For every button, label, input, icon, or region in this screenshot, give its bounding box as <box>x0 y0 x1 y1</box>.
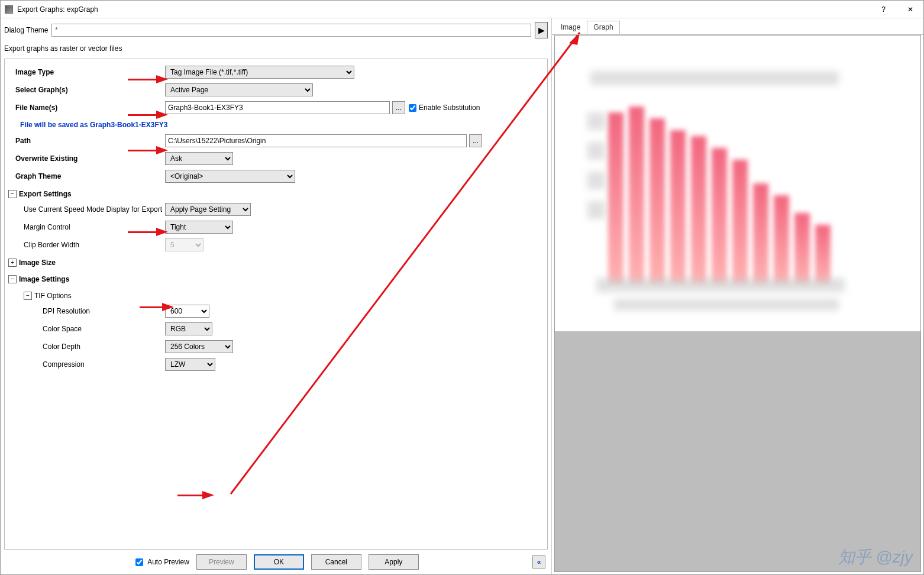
export-settings-header: Export Settings <box>19 190 72 198</box>
graph-theme-select[interactable]: <Original> <box>165 170 295 183</box>
button-bar: Auto Preview Preview OK Cancel Apply « <box>1 550 551 574</box>
image-type-label: Image Type <box>8 68 165 76</box>
path-browse-button[interactable]: ... <box>469 134 482 147</box>
apply-button[interactable]: Apply <box>369 554 419 570</box>
select-graphs-select[interactable]: Active Page <box>165 83 313 96</box>
image-size-toggle[interactable]: + <box>8 259 17 267</box>
clip-border-label: Clip Border Width <box>8 241 165 249</box>
collapse-panel-button[interactable]: « <box>532 555 545 568</box>
margin-control-label: Margin Control <box>8 223 165 231</box>
form-area: Image Type Tag Image File (*.tif,*.tiff)… <box>4 59 548 550</box>
dpi-label: DPI Resolution <box>8 307 165 315</box>
tif-options-toggle[interactable]: − <box>24 292 32 300</box>
preview-tabs: Image Graph <box>552 18 923 35</box>
help-button[interactable]: ? <box>870 1 897 18</box>
compression-select[interactable]: LZW <box>165 358 215 371</box>
overwrite-select[interactable]: Ask <box>165 152 233 165</box>
color-depth-select[interactable]: 256 Colors <box>165 340 233 353</box>
file-names-browse-button[interactable]: ... <box>392 101 405 114</box>
preview-image <box>555 35 920 331</box>
clip-border-select: 5 <box>165 238 203 251</box>
preview-button: Preview <box>196 554 247 570</box>
file-names-label: File Name(s) <box>8 104 165 112</box>
image-settings-header: Image Settings <box>19 275 69 283</box>
app-icon <box>5 5 13 14</box>
image-size-header: Image Size <box>19 259 56 267</box>
dialog-theme-input[interactable] <box>51 24 531 37</box>
color-space-label: Color Space <box>8 325 165 333</box>
title-bar: Export Graphs: expGraph ? ✕ <box>1 1 923 18</box>
file-names-input[interactable] <box>165 101 390 114</box>
tif-options-header: TIF Options <box>34 292 72 300</box>
tab-graph[interactable]: Graph <box>587 21 619 34</box>
compression-label: Compression <box>8 360 165 369</box>
auto-preview-label: Auto Preview <box>147 558 189 566</box>
close-button[interactable]: ✕ <box>897 1 923 18</box>
theme-menu-button[interactable]: ▶ <box>535 22 548 38</box>
enable-substitution-label: Enable Substitution <box>419 104 480 112</box>
cancel-button[interactable]: Cancel <box>311 554 361 570</box>
path-label: Path <box>8 137 165 145</box>
color-depth-label: Color Depth <box>8 343 165 351</box>
speed-mode-select[interactable]: Apply Page Setting <box>165 203 251 216</box>
path-input[interactable] <box>165 134 467 147</box>
ok-button[interactable]: OK <box>254 554 304 570</box>
saved-as-text: File will be saved as Graph3-Book1-EX3FY… <box>8 117 544 133</box>
preview-canvas <box>554 35 921 572</box>
graph-theme-label: Graph Theme <box>8 172 165 180</box>
image-settings-toggle[interactable]: − <box>8 275 17 283</box>
preview-pane: Image Graph <box>552 18 923 574</box>
auto-preview-toggle[interactable]: Auto Preview <box>133 557 189 568</box>
auto-preview-checkbox[interactable] <box>135 558 143 566</box>
tab-image[interactable]: Image <box>554 21 587 34</box>
help-icon: ? <box>881 5 886 14</box>
export-settings-toggle[interactable]: − <box>8 190 17 198</box>
close-icon: ✕ <box>907 5 913 14</box>
color-space-select[interactable]: RGB <box>165 322 212 335</box>
margin-control-select[interactable]: Tight <box>165 221 233 234</box>
dpi-select[interactable]: 600 <box>165 305 209 318</box>
dialog-subtitle: Export graphs as raster or vector files <box>1 42 551 59</box>
settings-pane: Dialog Theme ▶ Export graphs as raster o… <box>1 18 552 574</box>
enable-substitution-checkbox[interactable] <box>409 104 416 112</box>
dialog-theme-label: Dialog Theme <box>4 26 48 34</box>
window-title: Export Graphs: expGraph <box>17 5 870 14</box>
image-type-select[interactable]: Tag Image File (*.tif,*.tiff) <box>165 66 354 79</box>
overwrite-label: Overwrite Existing <box>8 154 165 163</box>
select-graphs-label: Select Graph(s) <box>8 86 165 94</box>
speed-mode-label: Use Current Speed Mode Display for Expor… <box>8 205 165 214</box>
